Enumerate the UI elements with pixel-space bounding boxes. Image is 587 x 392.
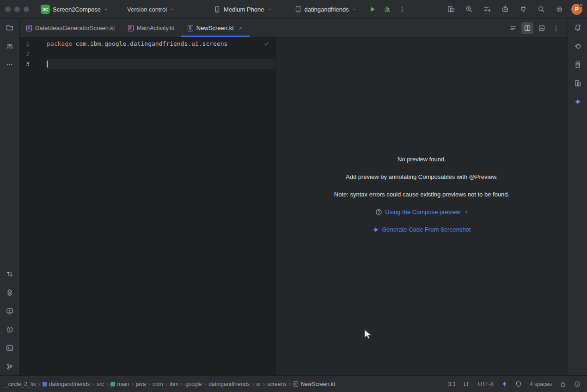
kotlin-file-icon [294,381,298,387]
more-run-actions-button[interactable] [396,3,408,15]
breadcrumb-label: NewScreen.kt [300,381,335,387]
shield-status-button[interactable] [515,381,522,387]
breadcrumb-item[interactable]: java [135,380,147,388]
relay-tool-button[interactable] [3,268,16,281]
line-number: 1 [20,40,47,47]
tab-dateideasgeneratorscreen[interactable]: DateIdeasGeneratorScreen.kt [20,19,122,37]
people-icon [6,43,13,50]
terminal-tool-button[interactable] [3,342,16,355]
gemini-star-icon [373,227,379,233]
version-control-menu[interactable]: Version control [125,4,177,15]
line-separator-widget[interactable]: LF [464,381,470,387]
inspection-status-widget[interactable] [263,41,269,47]
monitor-play-icon [6,307,13,315]
project-name: Screen2Compose [53,6,101,13]
task-list-button[interactable] [481,3,493,15]
more-tool-windows-button[interactable] [3,58,16,71]
chevron-right-icon [262,380,266,387]
notification-dot [579,3,583,7]
source-root-icon [110,382,115,386]
zoom-window-button[interactable] [24,6,29,12]
readonly-toggle-button[interactable] [560,381,566,387]
plugins-button[interactable] [517,3,529,15]
breadcrumb-item[interactable]: main [109,380,130,388]
layout-inspector-icon [447,6,455,13]
gemini-tool-button[interactable] [571,95,584,108]
device-selector[interactable]: Medium Phone [211,4,274,15]
run-configuration-name: datingandfriends [305,6,349,13]
folder-icon [6,24,13,31]
devices-icon [574,80,581,87]
close-window-button[interactable] [5,6,11,12]
info-button[interactable] [574,381,581,387]
indent-widget[interactable]: 4 spaces [530,381,552,387]
code-line[interactable]: 2 [20,49,275,59]
minimize-window-button[interactable] [14,6,20,12]
breadcrumb-item[interactable]: _circle_2_fix [4,380,37,388]
main-content: 1 package com.ibm.google.datingandfriend… [20,37,568,375]
ai-assistant-button[interactable] [499,3,511,15]
search-everywhere-button[interactable] [535,3,547,15]
breadcrumbs: _circle_2_fix datingandfriends src main … [4,380,336,388]
breadcrumb-label: main [117,381,129,387]
debug-button[interactable] [381,3,393,15]
breadcrumb-item[interactable]: datingandfriends [207,380,251,388]
compose-preview-panel: No preview found. Add preview by annotat… [275,37,568,375]
version-control-tool-button[interactable] [3,360,16,373]
collaboration-tool-button[interactable] [3,40,16,53]
settings-button[interactable] [553,3,565,15]
chevron-right-icon [165,380,168,387]
chevron-right-icon [130,380,134,387]
preview-message: No preview found. Add preview by annotat… [276,156,568,233]
view-design-button[interactable] [536,22,548,34]
compose-preview-help-link[interactable]: Using the Compose preview [375,208,468,215]
tab-newscreen[interactable]: NewScreen.kt [181,19,250,37]
view-split-button[interactable] [521,22,533,34]
code-lines-icon [509,24,517,32]
layout-inspector-button[interactable] [445,3,457,15]
device-explorer-tool-button[interactable] [571,58,584,71]
breadcrumb-item[interactable]: datingandfriends [41,380,92,388]
breadcrumb-item[interactable]: google [184,380,203,388]
breadcrumb-item[interactable]: screens [266,380,288,388]
chevron-right-icon [288,380,292,387]
app-quality-insights-tool-button[interactable] [3,286,16,299]
git-branch-icon [6,363,13,370]
tab-label: DateIdeasGeneratorScreen.kt [35,24,115,31]
project-selector[interactable]: SC Screen2Compose [38,3,111,16]
notifications-tool-button[interactable] [571,21,584,34]
breadcrumb-item[interactable]: src [95,380,105,388]
split-view-icon [524,24,531,32]
running-devices-tool-button[interactable] [3,305,16,318]
caret-position-widget[interactable]: 3:1 [448,381,456,387]
code-line[interactable]: 1 package com.ibm.google.datingandfriend… [20,38,275,49]
breadcrumb-item[interactable]: com [151,380,165,388]
run-button[interactable] [367,3,379,15]
view-code-button[interactable] [507,22,519,34]
problems-tool-button[interactable] [3,323,16,336]
project-tool-button[interactable] [3,21,16,34]
breadcrumb-item[interactable]: ibm [168,380,180,388]
run-configuration-selector[interactable]: datingandfriends [292,4,359,15]
breadcrumb-item-current-file[interactable]: NewScreen.kt [292,380,336,388]
run-play-icon [369,6,376,13]
code-line-current[interactable]: 3 [20,59,275,69]
device-manager-tool-button[interactable] [571,77,584,90]
more-horizontal-icon [6,61,13,68]
code-editor[interactable]: 1 package com.ibm.google.datingandfriend… [20,37,275,375]
editor-more-button[interactable] [550,22,562,34]
kotlin-file-icon [128,25,134,31]
gradle-tool-button[interactable] [571,40,584,53]
user-avatar[interactable]: P [571,4,582,15]
close-tab-button[interactable] [238,26,243,31]
gemini-status-button[interactable] [501,381,508,387]
inspect-magnifier-icon [465,6,473,13]
chevron-right-icon [251,380,255,387]
text-caret [47,61,48,67]
chevron-down-icon [352,7,357,12]
breadcrumb-item[interactable]: ui [255,380,262,388]
tab-mainactivity[interactable]: MainActivity.kt [122,19,181,37]
code-inspection-button[interactable] [463,3,475,15]
generate-code-from-screenshot-link[interactable]: Generate Code From Screenshot [373,226,471,233]
encoding-widget[interactable]: UTF-8 [478,381,494,387]
